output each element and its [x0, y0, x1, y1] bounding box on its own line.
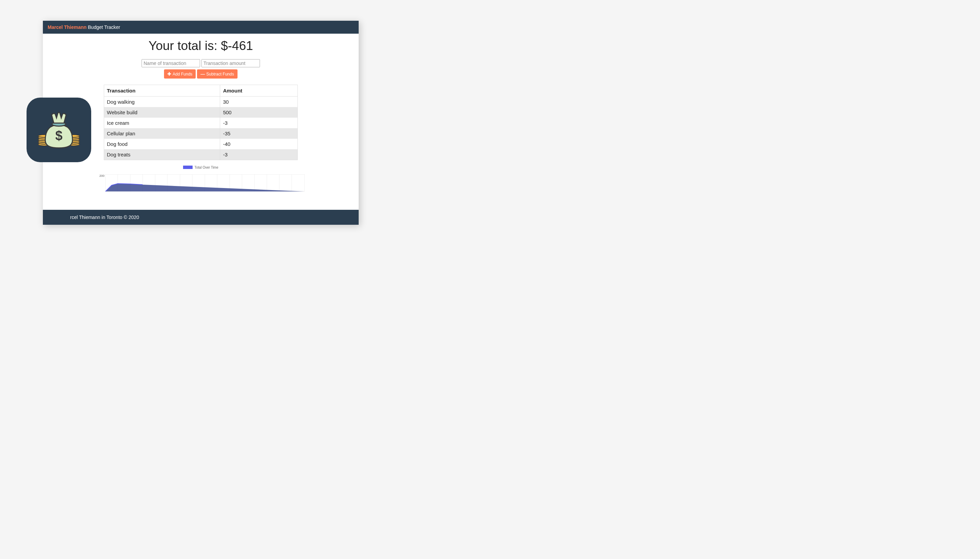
- transaction-table-container: Transaction Amount Dog walking30Website …: [104, 85, 298, 160]
- cell-name: Cellular plan: [104, 128, 220, 139]
- minus-icon: —: [201, 71, 205, 76]
- add-funds-button[interactable]: ✚ Add Funds: [164, 69, 196, 79]
- cell-amount: -40: [220, 139, 298, 149]
- button-row: ✚ Add Funds — Subtract Funds: [43, 69, 359, 79]
- col-transaction: Transaction: [104, 85, 220, 97]
- page-title: Your total is: $-461: [43, 39, 359, 53]
- cell-name: Website build: [104, 107, 220, 117]
- chart-svg: 200: [95, 172, 306, 192]
- footer-bar: rcel Thiemann in Toronto © 2020: [43, 210, 359, 225]
- header-bar: Marcel Thiemann Budget Tracker: [43, 21, 359, 34]
- transaction-name-input[interactable]: [141, 59, 200, 67]
- col-amount: Amount: [220, 85, 298, 97]
- dollar-sign-icon: $: [55, 129, 62, 143]
- bag-top: [52, 112, 66, 123]
- footer-text: rcel Thiemann in Toronto © 2020: [70, 215, 139, 220]
- plus-icon: ✚: [167, 71, 171, 76]
- subtract-funds-button[interactable]: — Subtract Funds: [197, 69, 237, 79]
- cell-name: Ice cream: [104, 117, 220, 128]
- cell-name: Dog food: [104, 139, 220, 149]
- money-bag-icon: $: [37, 108, 81, 152]
- y-axis-tick: 200: [99, 174, 104, 177]
- table-body: Dog walking30Website build500Ice cream-3…: [104, 97, 298, 160]
- cell-amount: -3: [220, 149, 298, 160]
- table-row: Ice cream-3: [104, 117, 298, 128]
- chart-area-fill: [106, 184, 305, 192]
- table-row: Cellular plan-35: [104, 128, 298, 139]
- chart-legend: Total Over Time: [183, 165, 218, 169]
- transaction-table: Transaction Amount Dog walking30Website …: [104, 85, 298, 160]
- cell-name: Dog treats: [104, 149, 220, 160]
- header-name: Marcel Thiemann: [48, 25, 86, 30]
- cell-amount: -3: [220, 117, 298, 128]
- cell-amount: 500: [220, 107, 298, 117]
- cell-amount: 30: [220, 97, 298, 108]
- table-row: Website build500: [104, 107, 298, 117]
- cell-amount: -35: [220, 128, 298, 139]
- total-value: -461: [228, 39, 253, 53]
- table-row: Dog treats-3: [104, 149, 298, 160]
- legend-color-box: [183, 165, 192, 169]
- chart-area: Total Over Time 200: [43, 164, 359, 192]
- transaction-amount-input[interactable]: [201, 59, 260, 67]
- cell-name: Dog walking: [104, 97, 220, 108]
- app-icon: $: [27, 98, 91, 162]
- input-row: [43, 59, 359, 67]
- table-row: Dog food-40: [104, 139, 298, 149]
- header-title: Budget Tracker: [88, 25, 120, 30]
- legend-label: Total Over Time: [194, 165, 218, 169]
- table-row: Dog walking30: [104, 97, 298, 108]
